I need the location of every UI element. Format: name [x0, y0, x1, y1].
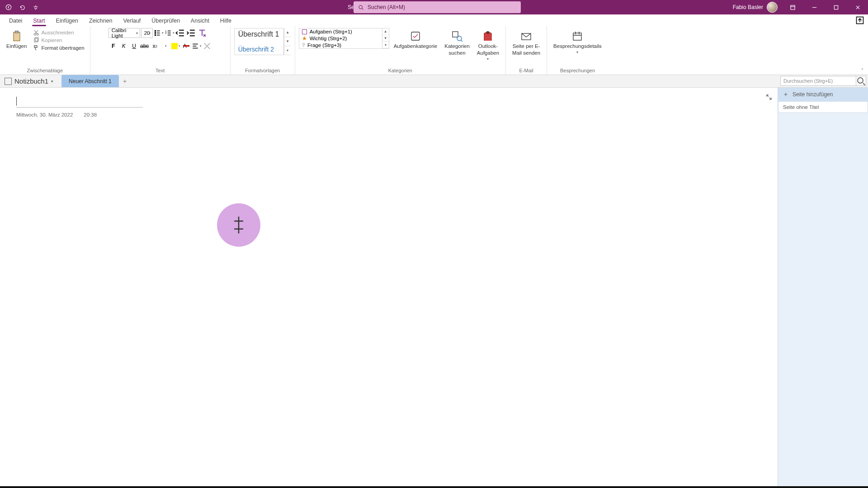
subscript-button[interactable]: x2	[150, 41, 160, 51]
task-category-button[interactable]: Aufgabenkategorie	[391, 28, 440, 51]
back-icon[interactable]	[3, 1, 14, 13]
delete-button[interactable]	[202, 41, 212, 51]
page-list-item[interactable]: Seite ohne Titel	[778, 101, 868, 113]
group-label-meetings: Besprechungen	[560, 68, 595, 75]
cut-button: Ausschneiden	[31, 29, 86, 36]
bold-button[interactable]: F	[108, 41, 118, 51]
svg-point-13	[155, 34, 156, 35]
clear-format-button[interactable]	[197, 28, 207, 38]
tag-scroll-down[interactable]: ▼	[382, 35, 389, 42]
search-placeholder: Suchen (Alt+M)	[368, 4, 405, 10]
group-meetings: Besprechungsdetails▾ Besprechungen	[547, 26, 608, 75]
tag-important[interactable]: ★Wichtig (Strg+2)	[299, 35, 382, 42]
svg-rect-6	[15, 31, 18, 33]
section-tab[interactable]: Neuer Abschnitt 1	[61, 75, 119, 87]
font-color-button[interactable]: A	[181, 41, 191, 51]
find-tags-button[interactable]: Kategoriensuchen	[442, 28, 472, 58]
font-family-select[interactable]: Calibri Light▾	[108, 28, 140, 38]
indent-button[interactable]	[186, 28, 196, 38]
group-email: Seite per E-Mail senden E-Mail	[506, 26, 547, 75]
undo-icon[interactable]	[16, 1, 28, 13]
note-canvas[interactable]: Mittwoch, 30. März 2022 20:38	[0, 88, 778, 486]
numbering-button[interactable]: 12	[165, 28, 175, 38]
tab-start[interactable]: Start	[28, 16, 50, 26]
format-painter-button[interactable]: Format übertragen	[31, 44, 86, 52]
tag-scroll-up[interactable]: ▲	[382, 28, 389, 35]
search-icon[interactable]	[856, 76, 866, 86]
user-name: Fabio Basler	[733, 4, 763, 10]
collapse-ribbon-icon[interactable]: ˄	[861, 68, 863, 73]
page-time: 20:38	[84, 112, 97, 117]
title-bar: Seite ohne Titel - OneNote Suchen (Alt+M…	[0, 0, 868, 14]
svg-point-1	[359, 5, 362, 9]
style-expand[interactable]: ▾	[284, 46, 291, 55]
font-size-select[interactable]: 20▾	[141, 28, 153, 38]
svg-point-22	[858, 78, 863, 83]
style-h1[interactable]: Überschrift 1	[235, 28, 283, 40]
add-page-button[interactable]: ＋Seite hinzufügen	[778, 88, 868, 101]
close-button[interactable]	[847, 0, 868, 14]
page-search-placeholder: Durchsuchen (Strg+E)	[781, 78, 856, 84]
bullets-button[interactable]	[154, 28, 164, 38]
italic-button[interactable]: K	[119, 41, 129, 51]
svg-rect-16	[411, 32, 420, 40]
cursor-highlight-icon	[217, 203, 260, 247]
align-button[interactable]	[192, 41, 202, 51]
strike-button[interactable]: abc	[140, 41, 150, 51]
svg-point-11	[155, 30, 156, 31]
tag-question[interactable]: ?Frage (Strg+3)	[299, 42, 382, 48]
svg-rect-3	[834, 5, 838, 9]
tab-hilfe[interactable]: Hilfe	[215, 16, 237, 26]
outdent-button[interactable]	[175, 28, 185, 38]
tab-ansicht[interactable]: Ansicht	[185, 16, 215, 26]
email-page-button[interactable]: Seite per E-Mail senden	[509, 28, 543, 58]
svg-rect-19	[487, 32, 489, 33]
underline-button[interactable]: U	[129, 41, 139, 51]
notebook-bar: Notizbuch1 ▾ Neuer Abschnitt 1 ＋ Durchsu…	[0, 75, 868, 88]
group-styles: Überschrift 1 Überschrift 2 ▲ ▼ ▾ Format…	[231, 26, 295, 75]
footer-strip	[0, 486, 868, 488]
tab-verlauf[interactable]: Verlauf	[118, 16, 146, 26]
maximize-button[interactable]	[826, 0, 846, 14]
meeting-details-button[interactable]: Besprechungsdetails▾	[551, 28, 604, 56]
tab-einfuegen[interactable]: Einfügen	[51, 16, 84, 26]
svg-point-18	[457, 36, 462, 41]
group-label-styles: Formatvorlagen	[245, 68, 280, 75]
paste-button[interactable]: Einfügen	[4, 28, 29, 51]
qat-customize-icon[interactable]	[30, 1, 42, 13]
ribbon-mode-icon[interactable]	[782, 0, 803, 14]
svg-rect-17	[453, 32, 458, 37]
svg-text:2: 2	[165, 32, 166, 34]
svg-point-0	[6, 5, 11, 9]
style-scroll-up[interactable]: ▲	[284, 28, 291, 37]
global-search[interactable]: Suchen (Alt+M)	[354, 1, 521, 13]
avatar[interactable]	[767, 2, 778, 13]
svg-rect-5	[14, 32, 20, 41]
copy-button: Kopieren	[31, 37, 86, 44]
group-label-tags: Kategorien	[388, 68, 412, 75]
highlight-button[interactable]	[171, 41, 181, 51]
tab-datei[interactable]: Datei	[4, 16, 28, 26]
tab-zeichnen[interactable]: Zeichnen	[84, 16, 118, 26]
svg-rect-2	[790, 5, 794, 9]
style-h2[interactable]: Überschrift 2	[235, 44, 283, 55]
page-search[interactable]: Durchsuchen (Strg+E)	[780, 76, 866, 86]
tab-ueberpruefen[interactable]: Überprüfen	[146, 16, 185, 26]
svg-point-12	[155, 33, 156, 33]
group-label-email: E-Mail	[519, 68, 533, 75]
outlook-tasks-button[interactable]: Outlook-Aufgaben▾	[474, 28, 502, 63]
minimize-button[interactable]	[804, 0, 825, 14]
page-title-input[interactable]	[16, 96, 143, 108]
share-icon[interactable]	[855, 16, 864, 25]
tag-expand[interactable]: ▾	[382, 42, 389, 48]
notebook-picker[interactable]: Notizbuch1 ▾	[0, 75, 58, 87]
style-scroll-down[interactable]: ▼	[284, 37, 291, 46]
group-label-clipboard: Zwischenablage	[27, 68, 63, 75]
page-date: Mittwoch, 30. März 2022	[16, 112, 73, 117]
ribbon: Einfügen Ausschneiden Kopieren Format üb…	[0, 26, 868, 75]
group-label-text: Text	[156, 68, 165, 75]
full-page-view-icon[interactable]	[766, 94, 772, 102]
add-section-button[interactable]: ＋	[119, 75, 131, 87]
subscript-split[interactable]	[160, 41, 170, 51]
tag-todo[interactable]: Aufgaben (Strg+1)	[299, 28, 382, 35]
